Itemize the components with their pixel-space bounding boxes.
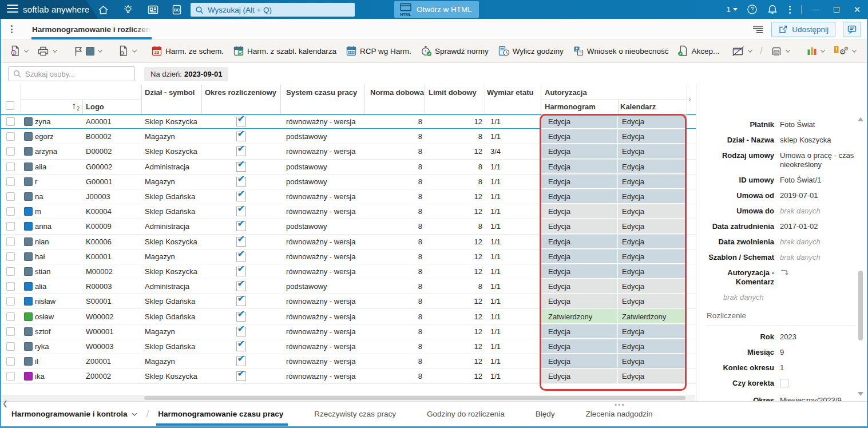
akceptuj-button[interactable]: Akcep... bbox=[675, 43, 722, 59]
col-wymiar[interactable]: Wymiar etatu bbox=[487, 88, 533, 97]
session-count-dropdown[interactable]: 1 bbox=[726, 5, 738, 14]
person-search-input[interactable] bbox=[25, 70, 130, 78]
okres-checkbox[interactable]: ✔ bbox=[236, 342, 246, 351]
okres-checkbox[interactable]: ✔ bbox=[236, 177, 246, 187]
row-checkbox[interactable] bbox=[6, 147, 15, 156]
detail-checkbox[interactable] bbox=[780, 379, 788, 387]
row-checkbox[interactable] bbox=[6, 207, 15, 216]
person-search[interactable] bbox=[8, 66, 135, 81]
table-row[interactable]: arzyna D00002 Sklep Koszycka ✔ równoważn… bbox=[0, 144, 696, 159]
row-checkbox[interactable] bbox=[6, 297, 15, 306]
col-system[interactable]: System czasu pracy bbox=[286, 88, 357, 97]
row-checkbox[interactable] bbox=[6, 312, 15, 321]
okres-checkbox[interactable]: ✔ bbox=[236, 132, 246, 141]
okres-checkbox[interactable]: ✔ bbox=[236, 117, 246, 126]
scroll-columns-right-icon[interactable]: › bbox=[688, 94, 691, 104]
okres-checkbox[interactable]: ✔ bbox=[236, 207, 246, 216]
table-row[interactable]: il Z00001 Magazyn ✔ równoważny - wersja … bbox=[0, 354, 696, 369]
share-button[interactable]: Udostępnij bbox=[771, 22, 835, 37]
bc-icon[interactable]: BC bbox=[170, 3, 184, 16]
chevron-down-icon[interactable] bbox=[748, 47, 752, 52]
okres-checkbox[interactable]: ✔ bbox=[236, 146, 246, 156]
minimize-button[interactable]: — bbox=[810, 3, 822, 16]
row-checkbox[interactable] bbox=[6, 267, 15, 276]
okres-checkbox[interactable]: ✔ bbox=[236, 221, 246, 231]
tab-harmonogramowanie[interactable]: Harmonogramowanie i rozliczeni bbox=[25, 19, 158, 39]
okres-checkbox[interactable]: ✔ bbox=[236, 327, 246, 336]
col-kalendarz[interactable]: Kalendarz bbox=[620, 102, 656, 111]
row-checkbox[interactable] bbox=[6, 252, 15, 261]
print-button[interactable] bbox=[34, 43, 60, 59]
table-row[interactable]: ryka W00003 Sklep Gdańska ✔ równoważny -… bbox=[0, 339, 696, 354]
card-button[interactable] bbox=[768, 43, 792, 59]
select-all-checkbox[interactable] bbox=[6, 101, 14, 110]
bottom-tab[interactable]: Zlecenia nadgodzin bbox=[586, 402, 653, 427]
scroll-left-icon[interactable]: ❮ bbox=[2, 399, 8, 407]
whats-new-icon[interactable] bbox=[121, 3, 135, 16]
table-row[interactable]: m K00004 Sklep Gdańska ✔ równoważny - we… bbox=[0, 204, 696, 219]
flag-color-button[interactable] bbox=[71, 43, 105, 59]
open-in-html-button[interactable]: HTML Otwórz w HTML bbox=[394, 1, 479, 18]
okres-checkbox[interactable]: ✔ bbox=[236, 296, 246, 306]
structure-icon[interactable] bbox=[752, 24, 764, 35]
row-checkbox[interactable] bbox=[6, 282, 15, 291]
bottom-tab[interactable]: Rzeczywisty czas pracy bbox=[314, 402, 396, 427]
col-okres[interactable]: Okres rozliczeniowy bbox=[205, 88, 276, 97]
bottom-tab[interactable]: Godziny do rozliczenia bbox=[427, 402, 505, 427]
help-icon[interactable]: ? bbox=[746, 3, 758, 16]
table-row[interactable]: egorz B00002 Magazyn ✔ podstawowy 8 8 1/… bbox=[0, 129, 696, 144]
table-row[interactable]: anna K00009 Administracja ✔ podstawowy 8… bbox=[0, 219, 696, 234]
chevron-down-icon[interactable] bbox=[820, 47, 825, 52]
chevron-down-icon[interactable] bbox=[851, 47, 856, 52]
okres-checkbox[interactable]: ✔ bbox=[236, 282, 246, 291]
horizontal-scrollbar[interactable] bbox=[1, 395, 695, 401]
rcp-wg-harm-button[interactable]: RCP wg Harm. bbox=[343, 43, 414, 59]
row-checkbox[interactable] bbox=[6, 327, 15, 336]
col-harmonogram[interactable]: Harmonogram bbox=[545, 102, 596, 111]
col-autoryzacja[interactable]: Autoryzacja bbox=[545, 88, 587, 97]
chevron-down-icon[interactable] bbox=[98, 47, 102, 52]
col-limit[interactable]: Limit dobowy bbox=[429, 88, 477, 97]
global-search-input[interactable] bbox=[208, 6, 350, 14]
table-row[interactable]: hał K00001 Magazyn ✔ równoważny - wersja… bbox=[0, 249, 696, 264]
panel-scroll-up-icon[interactable] bbox=[858, 117, 863, 121]
okres-checkbox[interactable]: ✔ bbox=[236, 371, 246, 381]
col-norma[interactable]: Norma dobowa bbox=[370, 88, 424, 97]
envelope-button[interactable] bbox=[729, 43, 755, 59]
table-row[interactable]: sztof W00001 Magazyn ✔ równoważny - wers… bbox=[0, 324, 696, 339]
table-row[interactable]: zyna A00001 Sklep Koszycka ✔ równoważny … bbox=[0, 114, 696, 129]
close-button[interactable]: ✕ bbox=[851, 3, 863, 16]
col-logo[interactable]: Logo bbox=[86, 102, 104, 111]
harm-ze-schem-button[interactable]: 23 Harm. ze schem. bbox=[148, 43, 227, 59]
chevron-down-icon[interactable] bbox=[785, 47, 790, 52]
table-row[interactable]: nian K00006 Sklep Koszycka ✔ równoważny … bbox=[0, 235, 696, 249]
tab-more-icon[interactable] bbox=[9, 23, 14, 35]
row-checkbox[interactable] bbox=[6, 132, 15, 141]
panel-scrollbar-thumb[interactable] bbox=[858, 271, 863, 340]
table-row[interactable]: alia R00003 Administracja ✔ podstawowy 8… bbox=[0, 279, 696, 294]
table-row[interactable]: osław W00002 Sklep Gdańska ✔ równoważny … bbox=[0, 309, 696, 324]
panel-scroll-down-icon[interactable] bbox=[858, 392, 863, 396]
harm-z-szabl-button[interactable]: Harm. z szabl. kalendarza bbox=[230, 43, 339, 59]
chart-button[interactable] bbox=[804, 43, 827, 58]
okres-checkbox[interactable]: ✔ bbox=[236, 252, 246, 261]
row-checkbox[interactable] bbox=[6, 372, 15, 381]
global-search[interactable] bbox=[191, 3, 355, 17]
row-checkbox[interactable] bbox=[6, 342, 15, 351]
refresh-button[interactable] bbox=[865, 43, 868, 59]
okres-checkbox[interactable]: ✔ bbox=[236, 192, 246, 201]
chevron-down-icon[interactable] bbox=[24, 47, 29, 52]
wniosek-o-nieobecnosc-button[interactable]: Wniosek o nieobecność bbox=[570, 43, 672, 59]
settings-warning-button[interactable]: !⚙⚙ bbox=[831, 43, 859, 59]
home-icon[interactable] bbox=[96, 3, 110, 16]
menu-icon[interactable] bbox=[7, 5, 18, 14]
news-icon[interactable] bbox=[146, 3, 160, 16]
wylicz-godziny-button[interactable]: Wylicz godziny bbox=[495, 43, 566, 59]
more-icon[interactable] bbox=[787, 5, 793, 15]
okres-checkbox[interactable]: ✔ bbox=[236, 267, 246, 276]
okres-checkbox[interactable]: ✔ bbox=[236, 237, 246, 247]
arrow-corner-down-icon[interactable] bbox=[780, 268, 789, 276]
okres-checkbox[interactable]: ✔ bbox=[236, 356, 246, 366]
sprawdz-normy-button[interactable]: Sprawdź normy bbox=[418, 43, 492, 59]
view-group-dropdown[interactable]: Harmonogramowanie i kontrola bbox=[11, 410, 136, 418]
